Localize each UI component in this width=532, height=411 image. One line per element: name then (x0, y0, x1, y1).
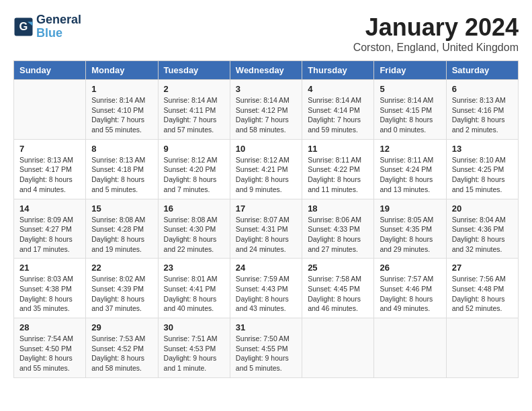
calendar-body: 1Sunrise: 8:14 AM Sunset: 4:10 PM Daylig… (14, 80, 519, 378)
weekday-header-monday: Monday (86, 61, 158, 80)
day-info: Sunrise: 8:05 AM Sunset: 4:35 PM Dayligh… (380, 215, 440, 255)
calendar-cell: 31Sunrise: 7:50 AM Sunset: 4:55 PM Dayli… (230, 318, 302, 378)
calendar-cell: 9Sunrise: 8:12 AM Sunset: 4:20 PM Daylig… (158, 139, 230, 199)
calendar-cell: 15Sunrise: 8:08 AM Sunset: 4:28 PM Dayli… (86, 199, 158, 259)
day-number: 3 (236, 84, 296, 94)
day-info: Sunrise: 8:14 AM Sunset: 4:15 PM Dayligh… (380, 95, 440, 135)
day-info: Sunrise: 7:58 AM Sunset: 4:45 PM Dayligh… (308, 274, 368, 314)
day-info: Sunrise: 8:14 AM Sunset: 4:12 PM Dayligh… (236, 95, 296, 135)
calendar-cell (446, 318, 518, 378)
calendar-cell: 28Sunrise: 7:54 AM Sunset: 4:50 PM Dayli… (14, 318, 86, 378)
calendar-cell (14, 80, 86, 140)
calendar-cell: 2Sunrise: 8:14 AM Sunset: 4:11 PM Daylig… (158, 80, 230, 140)
weekday-header-tuesday: Tuesday (158, 61, 230, 80)
day-info: Sunrise: 8:10 AM Sunset: 4:25 PM Dayligh… (452, 155, 513, 195)
day-number: 7 (19, 144, 80, 154)
day-number: 11 (308, 144, 368, 154)
day-number: 30 (164, 322, 224, 332)
calendar-cell: 14Sunrise: 8:09 AM Sunset: 4:27 PM Dayli… (14, 199, 86, 259)
logo: G General Blue (13, 13, 81, 40)
calendar-cell: 10Sunrise: 8:12 AM Sunset: 4:21 PM Dayli… (230, 139, 302, 199)
calendar-cell: 3Sunrise: 8:14 AM Sunset: 4:12 PM Daylig… (230, 80, 302, 140)
day-number: 14 (19, 203, 80, 214)
day-number: 28 (19, 322, 80, 332)
day-info: Sunrise: 8:09 AM Sunset: 4:27 PM Dayligh… (19, 215, 80, 255)
day-number: 2 (164, 84, 224, 94)
week-row-3: 21Sunrise: 8:03 AM Sunset: 4:38 PM Dayli… (14, 259, 519, 318)
logo-icon: G (13, 17, 34, 37)
day-number: 27 (452, 263, 513, 273)
month-title: January 2024 (353, 13, 519, 42)
day-number: 5 (380, 84, 440, 94)
day-info: Sunrise: 8:06 AM Sunset: 4:33 PM Dayligh… (308, 215, 368, 255)
day-number: 15 (91, 203, 152, 214)
day-info: Sunrise: 8:04 AM Sunset: 4:36 PM Dayligh… (452, 215, 513, 255)
calendar-cell: 25Sunrise: 7:58 AM Sunset: 4:45 PM Dayli… (302, 259, 374, 318)
day-number: 4 (308, 84, 368, 94)
day-info: Sunrise: 7:51 AM Sunset: 4:53 PM Dayligh… (164, 334, 224, 373)
weekday-header-friday: Friday (374, 61, 446, 80)
title-block: January 2024 Corston, England, United Ki… (353, 13, 519, 54)
calendar-cell (302, 318, 374, 378)
day-number: 18 (308, 203, 368, 214)
day-number: 9 (164, 144, 224, 154)
logo-text: General Blue (36, 13, 81, 40)
day-info: Sunrise: 8:01 AM Sunset: 4:41 PM Dayligh… (164, 274, 224, 314)
day-number: 26 (380, 263, 440, 273)
week-row-4: 28Sunrise: 7:54 AM Sunset: 4:50 PM Dayli… (14, 318, 519, 378)
calendar-cell: 1Sunrise: 8:14 AM Sunset: 4:10 PM Daylig… (86, 80, 158, 140)
weekday-header-row: SundayMondayTuesdayWednesdayThursdayFrid… (14, 61, 519, 80)
day-info: Sunrise: 8:11 AM Sunset: 4:22 PM Dayligh… (308, 155, 368, 195)
weekday-header-wednesday: Wednesday (230, 61, 302, 80)
calendar-cell: 8Sunrise: 8:13 AM Sunset: 4:18 PM Daylig… (86, 139, 158, 199)
day-number: 24 (236, 263, 296, 273)
day-number: 19 (380, 203, 440, 214)
day-info: Sunrise: 8:08 AM Sunset: 4:28 PM Dayligh… (91, 215, 152, 255)
page-header: G General Blue January 2024 Corston, Eng… (13, 13, 519, 54)
calendar-table: SundayMondayTuesdayWednesdayThursdayFrid… (13, 60, 519, 378)
day-number: 29 (91, 322, 152, 332)
day-info: Sunrise: 8:07 AM Sunset: 4:31 PM Dayligh… (236, 215, 296, 255)
day-number: 1 (91, 84, 152, 94)
day-number: 25 (308, 263, 368, 273)
calendar-cell: 7Sunrise: 8:13 AM Sunset: 4:17 PM Daylig… (14, 139, 86, 199)
calendar-cell: 17Sunrise: 8:07 AM Sunset: 4:31 PM Dayli… (230, 199, 302, 259)
calendar-cell: 5Sunrise: 8:14 AM Sunset: 4:15 PM Daylig… (374, 80, 446, 140)
day-info: Sunrise: 7:56 AM Sunset: 4:48 PM Dayligh… (452, 274, 513, 314)
day-info: Sunrise: 8:14 AM Sunset: 4:14 PM Dayligh… (308, 95, 368, 135)
day-info: Sunrise: 8:13 AM Sunset: 4:18 PM Dayligh… (91, 155, 152, 195)
weekday-header-sunday: Sunday (14, 61, 86, 80)
day-info: Sunrise: 7:50 AM Sunset: 4:55 PM Dayligh… (236, 334, 296, 373)
day-info: Sunrise: 8:12 AM Sunset: 4:21 PM Dayligh… (236, 155, 296, 195)
day-info: Sunrise: 8:14 AM Sunset: 4:11 PM Dayligh… (164, 95, 224, 135)
calendar-cell (374, 318, 446, 378)
day-number: 12 (380, 144, 440, 154)
week-row-2: 14Sunrise: 8:09 AM Sunset: 4:27 PM Dayli… (14, 199, 519, 259)
day-info: Sunrise: 7:59 AM Sunset: 4:43 PM Dayligh… (236, 274, 296, 314)
week-row-1: 7Sunrise: 8:13 AM Sunset: 4:17 PM Daylig… (14, 139, 519, 199)
calendar-cell: 12Sunrise: 8:11 AM Sunset: 4:24 PM Dayli… (374, 139, 446, 199)
day-info: Sunrise: 8:03 AM Sunset: 4:38 PM Dayligh… (19, 274, 80, 314)
weekday-header-saturday: Saturday (446, 61, 518, 80)
calendar-cell: 19Sunrise: 8:05 AM Sunset: 4:35 PM Dayli… (374, 199, 446, 259)
day-info: Sunrise: 8:11 AM Sunset: 4:24 PM Dayligh… (380, 155, 440, 195)
day-number: 17 (236, 203, 296, 214)
day-info: Sunrise: 7:53 AM Sunset: 4:52 PM Dayligh… (91, 334, 152, 373)
location: Corston, England, United Kingdom (353, 42, 519, 54)
day-number: 8 (91, 144, 152, 154)
day-info: Sunrise: 7:57 AM Sunset: 4:46 PM Dayligh… (380, 274, 440, 314)
calendar-cell: 6Sunrise: 8:13 AM Sunset: 4:16 PM Daylig… (446, 80, 518, 140)
day-info: Sunrise: 8:13 AM Sunset: 4:17 PM Dayligh… (19, 155, 80, 195)
calendar-cell: 4Sunrise: 8:14 AM Sunset: 4:14 PM Daylig… (302, 80, 374, 140)
calendar-cell: 21Sunrise: 8:03 AM Sunset: 4:38 PM Dayli… (14, 259, 86, 318)
calendar-cell: 29Sunrise: 7:53 AM Sunset: 4:52 PM Dayli… (86, 318, 158, 378)
day-number: 13 (452, 144, 513, 154)
day-number: 21 (19, 263, 80, 273)
calendar-cell: 16Sunrise: 8:08 AM Sunset: 4:30 PM Dayli… (158, 199, 230, 259)
day-number: 10 (236, 144, 296, 154)
day-info: Sunrise: 8:08 AM Sunset: 4:30 PM Dayligh… (164, 215, 224, 255)
calendar-cell: 24Sunrise: 7:59 AM Sunset: 4:43 PM Dayli… (230, 259, 302, 318)
calendar-cell: 13Sunrise: 8:10 AM Sunset: 4:25 PM Dayli… (446, 139, 518, 199)
day-number: 23 (164, 263, 224, 273)
day-number: 31 (236, 322, 296, 332)
